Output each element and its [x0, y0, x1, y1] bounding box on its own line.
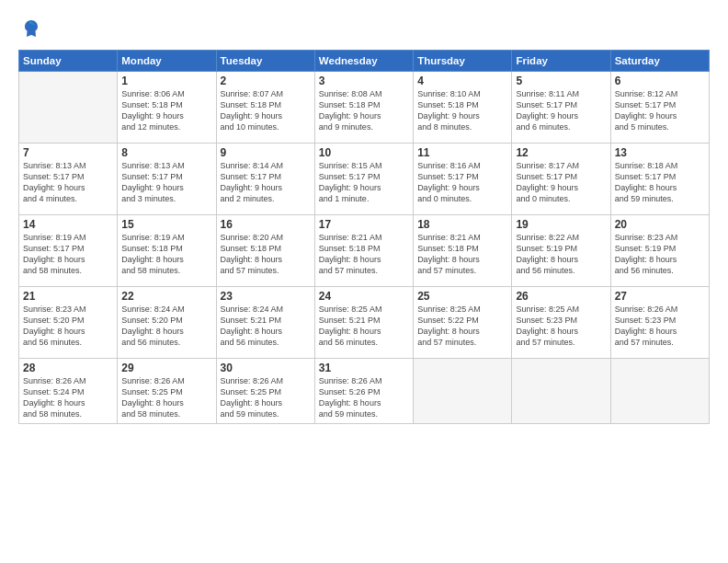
cell-info: Sunrise: 8:21 AM Sunset: 5:18 PM Dayligh… [319, 232, 409, 277]
day-number: 19 [516, 218, 606, 231]
day-number: 11 [417, 146, 507, 159]
calendar-cell: 1Sunrise: 8:06 AM Sunset: 5:18 PM Daylig… [118, 72, 216, 144]
day-number: 21 [23, 290, 113, 303]
day-number: 20 [615, 218, 705, 231]
calendar-cell: 26Sunrise: 8:25 AM Sunset: 5:23 PM Dayli… [512, 287, 610, 359]
cell-info: Sunrise: 8:11 AM Sunset: 5:17 PM Dayligh… [516, 88, 606, 133]
col-header-tuesday: Tuesday [216, 51, 314, 72]
day-number: 4 [417, 75, 507, 87]
calendar-cell: 18Sunrise: 8:21 AM Sunset: 5:18 PM Dayli… [414, 215, 512, 287]
col-header-sunday: Sunday [19, 51, 118, 72]
header-row: SundayMondayTuesdayWednesdayThursdayFrid… [19, 51, 710, 72]
calendar-cell: 6Sunrise: 8:12 AM Sunset: 5:17 PM Daylig… [610, 72, 709, 144]
day-number: 26 [516, 290, 606, 303]
day-number: 16 [221, 218, 311, 231]
calendar-cell: 17Sunrise: 8:21 AM Sunset: 5:18 PM Dayli… [314, 215, 413, 287]
calendar-cell: 22Sunrise: 8:24 AM Sunset: 5:20 PM Dayli… [118, 287, 216, 359]
day-number: 14 [23, 218, 113, 231]
cell-info: Sunrise: 8:20 AM Sunset: 5:18 PM Dayligh… [221, 232, 311, 277]
calendar-cell: 31Sunrise: 8:26 AM Sunset: 5:26 PM Dayli… [314, 359, 413, 424]
cell-info: Sunrise: 8:22 AM Sunset: 5:19 PM Dayligh… [516, 232, 606, 277]
cell-info: Sunrise: 8:13 AM Sunset: 5:17 PM Dayligh… [23, 160, 113, 205]
page: SundayMondayTuesdayWednesdayThursdayFrid… [0, 0, 728, 563]
cell-info: Sunrise: 8:24 AM Sunset: 5:20 PM Dayligh… [121, 304, 211, 349]
cell-info: Sunrise: 8:14 AM Sunset: 5:17 PM Dayligh… [221, 160, 311, 205]
calendar-cell: 27Sunrise: 8:26 AM Sunset: 5:23 PM Dayli… [610, 287, 709, 359]
calendar-cell: 3Sunrise: 8:08 AM Sunset: 5:18 PM Daylig… [314, 72, 413, 144]
day-number: 23 [221, 290, 311, 303]
cell-info: Sunrise: 8:19 AM Sunset: 5:17 PM Dayligh… [23, 232, 113, 277]
calendar-cell: 10Sunrise: 8:15 AM Sunset: 5:17 PM Dayli… [314, 144, 413, 215]
calendar-cell: 15Sunrise: 8:19 AM Sunset: 5:18 PM Dayli… [118, 215, 216, 287]
calendar-cell: 2Sunrise: 8:07 AM Sunset: 5:18 PM Daylig… [216, 72, 314, 144]
cell-info: Sunrise: 8:19 AM Sunset: 5:18 PM Dayligh… [121, 232, 211, 277]
cell-info: Sunrise: 8:18 AM Sunset: 5:17 PM Dayligh… [615, 160, 705, 205]
cell-info: Sunrise: 8:10 AM Sunset: 5:18 PM Dayligh… [417, 88, 507, 133]
day-number: 24 [319, 290, 409, 303]
day-number: 25 [417, 290, 507, 303]
day-number: 27 [615, 290, 705, 303]
cell-info: Sunrise: 8:25 AM Sunset: 5:21 PM Dayligh… [319, 304, 409, 349]
calendar-cell: 11Sunrise: 8:16 AM Sunset: 5:17 PM Dayli… [414, 144, 512, 215]
calendar-cell: 7Sunrise: 8:13 AM Sunset: 5:17 PM Daylig… [19, 144, 118, 215]
day-number: 8 [121, 146, 211, 159]
day-number: 18 [417, 218, 507, 231]
cell-info: Sunrise: 8:07 AM Sunset: 5:18 PM Dayligh… [221, 88, 311, 133]
calendar-cell: 29Sunrise: 8:26 AM Sunset: 5:25 PM Dayli… [118, 359, 216, 424]
calendar-cell: 23Sunrise: 8:24 AM Sunset: 5:21 PM Dayli… [216, 287, 314, 359]
calendar-cell: 12Sunrise: 8:17 AM Sunset: 5:17 PM Dayli… [512, 144, 610, 215]
cell-info: Sunrise: 8:21 AM Sunset: 5:18 PM Dayligh… [417, 232, 507, 277]
calendar-cell: 4Sunrise: 8:10 AM Sunset: 5:18 PM Daylig… [414, 72, 512, 144]
day-number: 2 [221, 75, 311, 87]
calendar-cell: 8Sunrise: 8:13 AM Sunset: 5:17 PM Daylig… [118, 144, 216, 215]
day-number: 9 [221, 146, 311, 159]
cell-info: Sunrise: 8:26 AM Sunset: 5:23 PM Dayligh… [615, 304, 705, 349]
cell-info: Sunrise: 8:23 AM Sunset: 5:20 PM Dayligh… [23, 304, 113, 349]
day-number: 5 [516, 75, 606, 87]
cell-info: Sunrise: 8:13 AM Sunset: 5:17 PM Dayligh… [121, 160, 211, 205]
week-row-3: 14Sunrise: 8:19 AM Sunset: 5:17 PM Dayli… [19, 215, 710, 287]
day-number: 31 [319, 362, 409, 374]
cell-info: Sunrise: 8:08 AM Sunset: 5:18 PM Dayligh… [319, 88, 409, 133]
cell-info: Sunrise: 8:16 AM Sunset: 5:17 PM Dayligh… [417, 160, 507, 205]
calendar-cell: 24Sunrise: 8:25 AM Sunset: 5:21 PM Dayli… [314, 287, 413, 359]
week-row-2: 7Sunrise: 8:13 AM Sunset: 5:17 PM Daylig… [19, 144, 710, 215]
calendar-cell [414, 359, 512, 424]
calendar-cell: 30Sunrise: 8:26 AM Sunset: 5:25 PM Dayli… [216, 359, 314, 424]
day-number: 12 [516, 146, 606, 159]
day-number: 13 [615, 146, 705, 159]
week-row-4: 21Sunrise: 8:23 AM Sunset: 5:20 PM Dayli… [19, 287, 710, 359]
cell-info: Sunrise: 8:26 AM Sunset: 5:24 PM Dayligh… [23, 375, 113, 420]
day-number: 10 [319, 146, 409, 159]
header [18, 17, 710, 42]
day-number: 15 [121, 218, 211, 231]
day-number: 28 [23, 362, 113, 374]
calendar-cell: 13Sunrise: 8:18 AM Sunset: 5:17 PM Dayli… [610, 144, 709, 215]
calendar-cell [19, 72, 118, 144]
cell-info: Sunrise: 8:06 AM Sunset: 5:18 PM Dayligh… [121, 88, 211, 133]
day-number: 22 [121, 290, 211, 303]
cell-info: Sunrise: 8:17 AM Sunset: 5:17 PM Dayligh… [516, 160, 606, 205]
week-row-1: 1Sunrise: 8:06 AM Sunset: 5:18 PM Daylig… [19, 72, 710, 144]
cell-info: Sunrise: 8:26 AM Sunset: 5:25 PM Dayligh… [121, 375, 211, 420]
day-number: 7 [23, 146, 113, 159]
calendar: SundayMondayTuesdayWednesdayThursdayFrid… [18, 50, 710, 424]
col-header-monday: Monday [118, 51, 216, 72]
day-number: 17 [319, 218, 409, 231]
calendar-cell: 5Sunrise: 8:11 AM Sunset: 5:17 PM Daylig… [512, 72, 610, 144]
day-number: 3 [319, 75, 409, 87]
calendar-cell [610, 359, 709, 424]
logo [18, 17, 48, 42]
cell-info: Sunrise: 8:26 AM Sunset: 5:25 PM Dayligh… [221, 375, 311, 420]
calendar-cell: 21Sunrise: 8:23 AM Sunset: 5:20 PM Dayli… [19, 287, 118, 359]
col-header-thursday: Thursday [414, 51, 512, 72]
calendar-cell: 19Sunrise: 8:22 AM Sunset: 5:19 PM Dayli… [512, 215, 610, 287]
cell-info: Sunrise: 8:25 AM Sunset: 5:22 PM Dayligh… [417, 304, 507, 349]
col-header-wednesday: Wednesday [314, 51, 413, 72]
col-header-friday: Friday [512, 51, 610, 72]
calendar-cell: 14Sunrise: 8:19 AM Sunset: 5:17 PM Dayli… [19, 215, 118, 287]
calendar-cell: 25Sunrise: 8:25 AM Sunset: 5:22 PM Dayli… [414, 287, 512, 359]
day-number: 30 [221, 362, 311, 374]
calendar-cell: 20Sunrise: 8:23 AM Sunset: 5:19 PM Dayli… [610, 215, 709, 287]
day-number: 29 [121, 362, 211, 374]
